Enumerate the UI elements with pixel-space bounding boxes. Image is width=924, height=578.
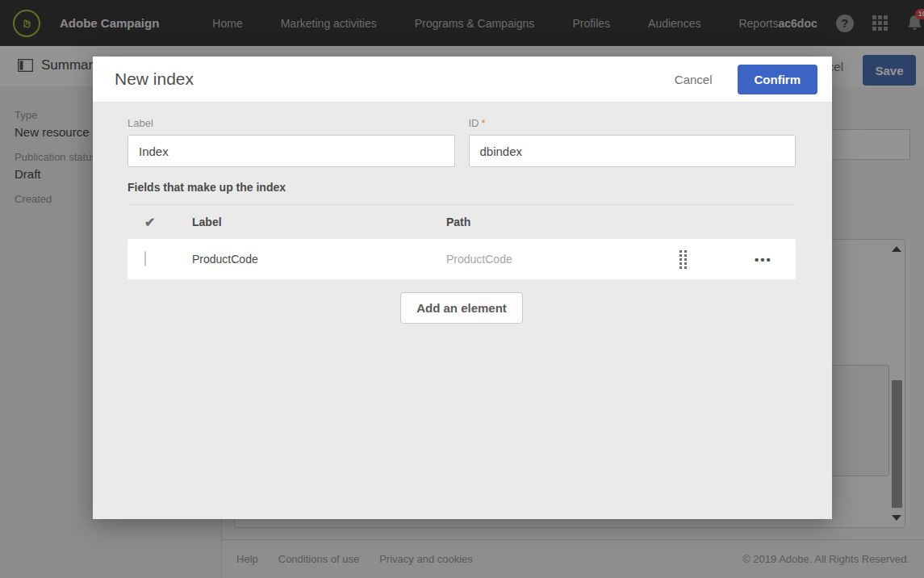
app-screen: Adobe Campaign Home Marketing activities… bbox=[0, 0, 924, 578]
dialog-body: Label ID* Fields that make up the index … bbox=[93, 103, 832, 324]
add-element-button[interactable]: Add an element bbox=[400, 292, 523, 324]
row-checkbox-cell bbox=[128, 252, 192, 266]
column-header-label: Label bbox=[192, 216, 446, 228]
dialog-cancel-button[interactable]: Cancel bbox=[675, 73, 713, 86]
row-label: ProductCode bbox=[192, 253, 446, 266]
id-field-group: ID* bbox=[469, 117, 796, 167]
label-field-group: Label bbox=[128, 117, 455, 167]
drag-handle-icon[interactable] bbox=[673, 250, 692, 269]
id-field-caption-text: ID bbox=[469, 117, 479, 129]
fields-section-heading: Fields that make up the index bbox=[128, 181, 796, 194]
new-index-dialog: New index Cancel Confirm Label ID* Field… bbox=[93, 57, 832, 519]
required-asterisk: * bbox=[482, 117, 486, 129]
table-row[interactable]: ProductCode ProductCode ••• bbox=[128, 239, 796, 279]
dialog-confirm-button[interactable]: Confirm bbox=[738, 65, 818, 94]
id-field-caption: ID* bbox=[469, 117, 796, 129]
column-header-path: Path bbox=[446, 216, 796, 228]
fields-table-header: ✔ Label Path bbox=[128, 205, 796, 239]
label-field-caption: Label bbox=[128, 117, 455, 129]
label-input[interactable] bbox=[128, 135, 455, 167]
row-checkbox[interactable] bbox=[144, 251, 146, 266]
row-more-icon[interactable]: ••• bbox=[731, 253, 796, 266]
id-input[interactable] bbox=[469, 135, 796, 167]
dialog-header: New index Cancel Confirm bbox=[93, 57, 832, 103]
dialog-title: New index bbox=[115, 69, 194, 89]
index-form-row: Label ID* bbox=[128, 117, 796, 167]
select-all-check-icon[interactable]: ✔ bbox=[128, 215, 192, 230]
add-element-area: Add an element bbox=[128, 292, 796, 324]
row-path: ProductCode bbox=[446, 253, 673, 266]
